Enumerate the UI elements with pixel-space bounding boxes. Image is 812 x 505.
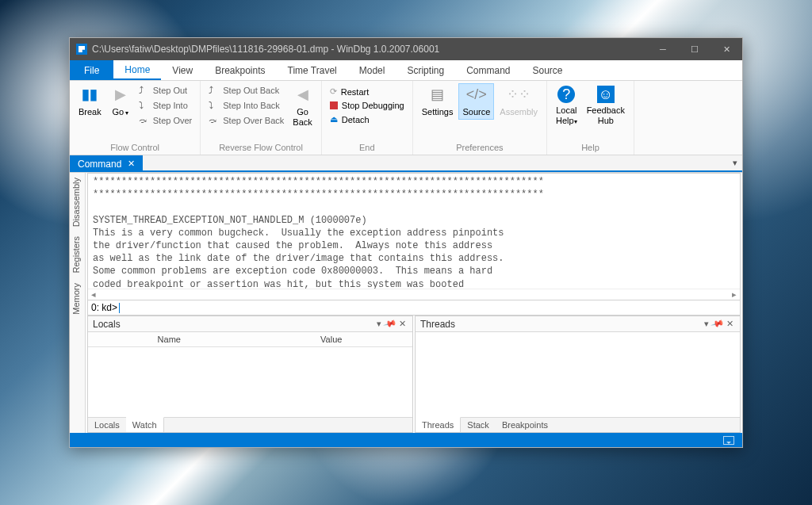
locals-content[interactable] [88,347,412,417]
detach-icon: ⏏ [330,114,338,124]
tab-source[interactable]: Source [522,60,574,80]
btab-stack[interactable]: Stack [461,418,496,432]
tab-file[interactable]: File [70,60,113,80]
preferences-label: Preferences [418,143,542,155]
side-tab-memory[interactable]: Memory [70,278,85,319]
col-name[interactable]: Name [88,332,251,346]
threads-panel: Threads 📌 ✕ Threads Stack Breakpoints [415,316,741,433]
locals-panel: Locals 📌 ✕ Name Value Locals Watch [87,316,413,433]
step-out-button[interactable]: ⤴Step Out [136,83,196,98]
threads-close-icon[interactable]: ✕ [725,319,735,329]
locals-bottom-tabs: Locals Watch [88,417,412,432]
step-over-back-button[interactable]: ⤼Step Over Back [205,113,287,128]
tab-breakpoints[interactable]: Breakpoints [204,60,276,80]
close-button[interactable]: ✕ [710,38,742,60]
step-out-back-button[interactable]: ⤴Step Out Back [205,83,287,98]
step-out-icon: ⤴ [139,85,150,96]
workspace: Disassembly Registers Memory ***********… [70,173,742,433]
step-over-back-icon: ⤼ [209,115,220,126]
command-panel: ****************************************… [87,173,741,316]
step-out-back-icon: ⤴ [209,85,220,96]
threads-content[interactable] [416,332,740,417]
document-tabs: Command ✕ ▾ [70,155,742,173]
play-icon: ▶ [111,86,130,105]
step-over-icon: ⤼ [139,115,150,126]
step-over-button[interactable]: ⤼Step Over [136,113,196,128]
threads-title: Threads [420,319,455,330]
detach-button[interactable]: ⏏Detach [327,113,408,126]
windbg-window: C:\Users\fatiw\Desktop\DMPfiles\111816-2… [69,37,743,448]
ribbon: ▮▮ Break ▶ Go ⤴Step Out ⤵Step Into ⤼Step… [70,81,742,155]
stop-debugging-button[interactable]: Stop Debugging [327,99,408,112]
settings-button[interactable]: ▤ Settings [418,83,458,120]
threads-bottom-tabs: Threads Stack Breakpoints [416,417,740,432]
btab-threads[interactable]: Threads [416,417,461,432]
bottom-panels: Locals 📌 ✕ Name Value Locals Watch [86,316,742,433]
tab-command[interactable]: Command [455,60,521,80]
go-back-button[interactable]: ◀ Go Back [289,83,316,130]
step-into-back-button[interactable]: ⤵Step Into Back [205,98,287,113]
btab-breakpoints[interactable]: Breakpoints [496,418,554,432]
tab-time-travel[interactable]: Time Travel [277,60,348,80]
locals-title: Locals [93,319,121,330]
step-into-back-icon: ⤵ [209,100,220,111]
flow-control-label: Flow Control [75,143,195,155]
col-value[interactable]: Value [251,332,413,346]
btab-locals[interactable]: Locals [88,418,126,432]
reverse-flow-label: Reverse Flow Control [205,143,316,155]
local-help-button[interactable]: ? Local Help [552,83,581,128]
btab-watch[interactable]: Watch [126,417,164,432]
minimize-button[interactable]: ─ [647,38,679,60]
tab-model[interactable]: Model [348,60,396,80]
tab-view[interactable]: View [161,60,204,80]
assembly-toggle[interactable]: ⁘⁘ Assembly [496,83,542,120]
ribbon-tabs: File Home View Breakpoints Time Travel M… [70,60,742,81]
side-tab-disassembly[interactable]: Disassembly [70,173,85,231]
scroll-left-icon[interactable]: ◂ [91,289,96,300]
command-input[interactable] [120,302,737,313]
title-bar[interactable]: C:\Users\fatiw\Desktop\DMPfiles\111816-2… [70,38,742,60]
window-title: C:\Users\fatiw\Desktop\DMPfiles\111816-2… [92,44,439,55]
command-prompt: 0: kd> [91,302,117,313]
feedback-hub-button[interactable]: ☺ Feedback Hub [583,83,629,128]
assembly-icon: ⁘⁘ [509,86,528,105]
help-label: Help [552,143,629,155]
step-into-icon: ⤵ [139,100,150,111]
restart-icon: ⟳ [330,86,337,97]
feedback-status-icon[interactable] [723,436,734,445]
tab-overflow-button[interactable]: ▾ [143,155,742,172]
side-tabs: Disassembly Registers Memory [70,173,86,433]
tab-scripting[interactable]: Scripting [396,60,455,80]
play-back-icon: ◀ [293,86,312,105]
step-into-button[interactable]: ⤵Step Into [136,98,196,113]
settings-icon: ▤ [428,86,447,105]
scroll-right-icon[interactable]: ▸ [732,289,737,300]
app-icon [76,44,87,55]
main-area: ****************************************… [86,173,742,433]
tab-home[interactable]: Home [113,60,161,80]
maximize-button[interactable]: ☐ [679,38,710,60]
pause-icon: ▮▮ [80,86,99,105]
locals-pin-icon[interactable]: 📌 [381,316,399,331]
locals-columns: Name Value [88,332,412,347]
locals-close-icon[interactable]: ✕ [397,319,408,329]
threads-pin-icon[interactable]: 📌 [709,316,726,331]
command-output[interactable]: ****************************************… [88,174,740,289]
status-bar [70,433,742,447]
go-button[interactable]: ▶ Go [107,83,134,120]
close-tab-icon[interactable]: ✕ [128,159,135,169]
source-icon: </> [467,86,486,105]
side-tab-registers[interactable]: Registers [70,231,85,277]
break-button[interactable]: ▮▮ Break [75,83,105,120]
end-label: End [327,143,408,155]
restart-button[interactable]: ⟳Restart [327,85,408,98]
source-toggle[interactable]: </> Source [458,83,494,120]
stop-icon [330,101,338,109]
help-icon: ? [557,86,575,103]
command-tab[interactable]: Command ✕ [70,155,143,172]
feedback-icon: ☺ [597,86,615,103]
command-input-row: 0: kd> [88,300,740,315]
